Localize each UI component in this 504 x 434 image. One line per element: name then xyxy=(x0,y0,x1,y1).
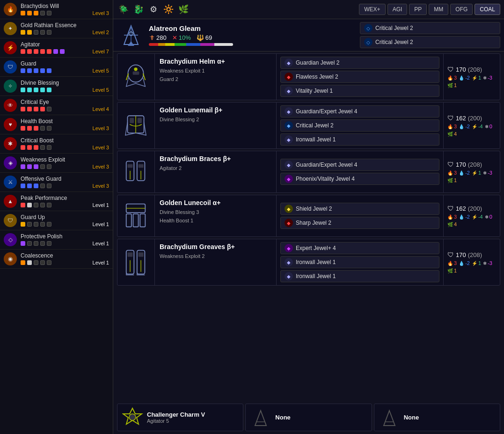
charm-icon-box xyxy=(250,407,271,428)
pip-0 xyxy=(21,107,25,111)
charm-icon-box xyxy=(379,407,400,428)
weapon-stats: Alatreon Gleam 🗡 280 ✕ 10% 🔱 69 xyxy=(149,22,233,48)
pip-2 xyxy=(34,260,38,265)
tab-btn-coal[interactable]: COAL xyxy=(475,4,500,15)
elem-val-4: 🌿1 xyxy=(447,268,457,273)
elem-row: 🔥3💧-2⚡1❄-3🌿1 xyxy=(447,260,496,273)
skill-icon: ◇ xyxy=(4,233,17,246)
elem-icon: 🌿 xyxy=(447,222,453,227)
elem-icon: 🌿 xyxy=(447,132,453,137)
jewel-icon: ◆ xyxy=(285,87,293,95)
jewel-name: Vitality Jewel 1 xyxy=(296,88,333,94)
jewel-icon: ◆ xyxy=(285,258,293,266)
weapon-jewel-1-icon: ◇ xyxy=(364,24,373,32)
jewel-name: Expert Jewel+ 4 xyxy=(296,245,336,251)
armor-name: Brachydium Braces β+ xyxy=(160,155,271,162)
jewel-name: Ironwall Jewel 1 xyxy=(296,273,336,280)
skill-bar-row: Level 2 xyxy=(21,29,109,35)
pip-4 xyxy=(47,203,51,207)
elem-val-2: ⚡1 xyxy=(472,170,481,176)
pip-0 xyxy=(21,203,25,207)
skill-bar-row: Level 4 xyxy=(21,106,109,112)
jewel-slot-1: ◆Critical Jewel 2 xyxy=(280,119,439,132)
tab-btn-agi[interactable]: AGI xyxy=(387,4,408,15)
top-icon-0: 🪲 xyxy=(117,3,130,16)
jewel-icon: ◆ xyxy=(285,73,293,81)
elem-num: -3 xyxy=(488,75,492,81)
pip-3 xyxy=(40,107,45,111)
elem-icon: 🌿 xyxy=(447,268,453,273)
armor-icon-box xyxy=(117,239,155,285)
pip-2 xyxy=(34,11,38,15)
skill-icon: ◈ xyxy=(4,156,17,169)
skill-level: Level 1 xyxy=(93,260,109,265)
elem-num: 4 xyxy=(454,131,457,137)
def-icon: 🛡 xyxy=(447,205,454,212)
pip-4 xyxy=(47,107,51,111)
skill-info: Gold Rathian EssenceLevel 2 xyxy=(21,22,109,35)
pip-4 xyxy=(47,68,51,73)
elem-icon: 🔥 xyxy=(447,261,453,266)
charm-icon xyxy=(250,407,271,428)
pip-0 xyxy=(21,68,25,73)
pip-0 xyxy=(21,30,25,35)
jewel-slot-1: ◆Sharp Jewel 2 xyxy=(280,217,439,229)
armor-jewels: ◆Guardian/Expert Jewel 4◆Critical Jewel … xyxy=(277,103,444,148)
armor-icon xyxy=(123,111,149,140)
skill-info: GuardLevel 5 xyxy=(21,60,109,74)
tab-btn-wex+[interactable]: WEX+ xyxy=(359,4,385,15)
armor-stats-box: 🛡162(200)🔥3💧-2⚡-4❄0🌿4 xyxy=(444,103,500,148)
elem-num: 1 xyxy=(478,260,481,266)
pip-2 xyxy=(34,203,38,207)
skill-level: Level 5 xyxy=(93,68,109,74)
pip-4 xyxy=(47,260,51,265)
right-panel: 🪲🐉⚙🔆🌿WEX+AGIPPMMOFGCOAL Alatreon Gleam 🗡… xyxy=(113,0,504,434)
jewel-icon: ◆ xyxy=(285,121,293,130)
weapon-jewel-1: ◇ Critical Jewel 2 xyxy=(360,22,500,34)
elem-row: 🔥3💧-2⚡-4❄0🌿4 xyxy=(447,214,496,227)
skill-item-0: 🔥Brachydios WillLevel 3 xyxy=(0,0,113,19)
jewel-icon: ◆ xyxy=(285,205,293,213)
pip-3 xyxy=(40,222,45,227)
sharp-green xyxy=(175,43,186,46)
skill-icon: ⚔ xyxy=(4,176,17,189)
pip-0 xyxy=(21,164,25,169)
charm-box-0: Challenger Charm VAgitator 5 xyxy=(117,404,243,431)
armor-info: Brachydium Braces β+Agitator 2 xyxy=(155,151,277,192)
elem-num: -2 xyxy=(465,260,470,266)
tab-btn-pp[interactable]: PP xyxy=(409,4,427,15)
pip-3 xyxy=(40,145,45,150)
jewel-icon: ◆ xyxy=(285,244,293,252)
tab-btn-ofg[interactable]: OFG xyxy=(450,4,473,15)
skill-item-13: ◉CoalescenceLevel 1 xyxy=(0,250,113,269)
pip-1 xyxy=(27,203,32,207)
elem-icon: ❄ xyxy=(483,75,487,81)
sharp-purple xyxy=(200,43,214,46)
svg-rect-15 xyxy=(139,164,144,168)
elem-icon: 💧 xyxy=(459,170,464,176)
affinity-value: 10% xyxy=(179,34,191,41)
skill-name: Guard Up xyxy=(21,214,109,221)
armor-jewels: ◆Expert Jewel+ 4◆Ironwall Jewel 1◆Ironwa… xyxy=(277,239,444,285)
skill-bar-row: Level 3 xyxy=(21,164,109,169)
pip-0 xyxy=(21,145,25,150)
svg-rect-14 xyxy=(128,164,133,168)
elem-val-0: 🔥3 xyxy=(447,214,457,220)
jewel-slot-1: ◆Phoenix/Vitality Jewel 4 xyxy=(280,173,439,185)
skill-item-9: ⚔Offensive GuardLevel 3 xyxy=(0,173,113,192)
svg-rect-21 xyxy=(140,214,145,227)
pip-0 xyxy=(21,260,25,265)
elem-num: 0 xyxy=(489,124,492,129)
skill-icon: 🛡 xyxy=(4,60,17,74)
charm-info: None xyxy=(275,414,291,421)
pip-2 xyxy=(34,184,38,188)
elem-val-1: 💧-2 xyxy=(459,124,470,129)
attack-value: 280 xyxy=(156,34,167,41)
skill-item-12: ◇Protective PolishLevel 1 xyxy=(0,230,113,250)
charm-name: Challenger Charm V xyxy=(147,411,205,418)
skill-level: Level 3 xyxy=(93,183,109,189)
elem-icon: 💧 xyxy=(459,261,464,266)
tab-btn-mm[interactable]: MM xyxy=(429,4,448,15)
elem-num: -2 xyxy=(465,214,470,220)
skill-name: Health Boost xyxy=(21,118,109,125)
